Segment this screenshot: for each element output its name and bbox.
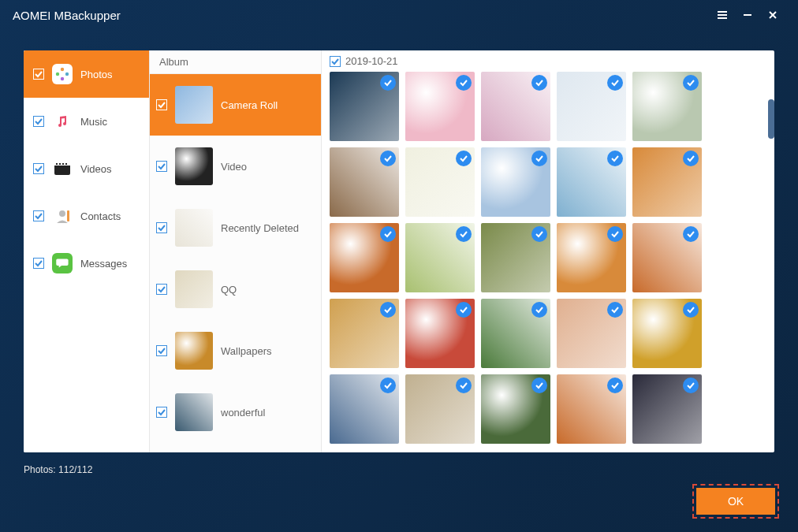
check-icon (35, 117, 43, 125)
selected-badge (380, 302, 396, 318)
checkbox[interactable] (156, 222, 167, 233)
check-icon (686, 78, 695, 87)
music-icon (52, 111, 73, 132)
photo-thumb[interactable] (330, 374, 399, 444)
album-thumbnail (175, 393, 213, 431)
check-icon (158, 162, 166, 170)
ok-highlight: OK (692, 484, 779, 519)
sidebar-item-messages[interactable]: Messages (24, 240, 149, 287)
close-icon (767, 9, 778, 20)
photo-thumb[interactable] (481, 299, 550, 368)
selected-badge (456, 226, 472, 242)
photo-thumb[interactable] (405, 147, 475, 217)
photo-thumb[interactable] (557, 147, 626, 217)
sidebar-item-label: Contacts (80, 210, 121, 222)
date-checkbox[interactable] (330, 56, 341, 67)
category-sidebar: PhotosMusicVideosContactsMessages (24, 50, 150, 452)
checkbox[interactable] (33, 116, 44, 127)
album-item[interactable]: Wallpapers (150, 320, 321, 381)
svg-point-9 (61, 77, 64, 80)
photo-thumb[interactable] (481, 147, 550, 217)
check-icon (686, 381, 695, 390)
list-view-button[interactable] (710, 2, 735, 28)
photo-thumb[interactable] (632, 223, 702, 292)
album-label: QQ (221, 284, 237, 296)
photo-thumb[interactable] (405, 223, 475, 292)
album-item[interactable]: wonderful (150, 381, 321, 443)
photo-thumb[interactable] (405, 374, 475, 444)
photo-thumb[interactable] (632, 374, 702, 444)
album-label: Recently Deleted (221, 222, 299, 234)
album-list[interactable]: Camera RollVideoRecently DeletedQQWallpa… (150, 74, 321, 452)
checkbox[interactable] (156, 345, 167, 356)
check-icon (35, 165, 43, 173)
photo-thumb[interactable] (632, 299, 702, 368)
sidebar-item-photos[interactable]: Photos (24, 50, 149, 98)
album-label: Video (221, 161, 247, 173)
photo-thumb[interactable] (481, 374, 550, 444)
checkbox[interactable] (156, 161, 167, 172)
photo-thumb[interactable] (330, 223, 399, 292)
check-icon (35, 70, 43, 78)
photo-thumb[interactable] (557, 72, 626, 141)
sidebar-item-contacts[interactable]: Contacts (24, 192, 149, 240)
svg-rect-13 (56, 163, 58, 165)
check-icon (459, 154, 468, 163)
album-item[interactable]: Video (150, 136, 321, 197)
sidebar-item-videos[interactable]: Videos (24, 145, 149, 192)
photos-icon (52, 64, 73, 84)
check-icon (158, 347, 166, 355)
selected-badge (683, 378, 699, 393)
check-icon (535, 229, 544, 239)
sidebar-item-music[interactable]: Music (24, 98, 149, 145)
ok-button[interactable]: OK (696, 488, 775, 515)
photo-thumb[interactable] (481, 72, 550, 141)
selected-badge (607, 151, 623, 166)
check-icon (610, 154, 620, 163)
scrollbar-thumb[interactable] (768, 99, 774, 139)
check-icon (383, 229, 393, 239)
gallery-panel: 2019-10-21 (322, 50, 774, 452)
check-icon (158, 101, 166, 109)
checkbox[interactable] (33, 210, 44, 221)
checkbox[interactable] (156, 99, 167, 110)
selected-badge (380, 226, 396, 242)
check-icon (158, 285, 166, 293)
app-title: AOMEI MBackupper (13, 9, 121, 22)
photo-thumb[interactable] (557, 299, 626, 368)
checkbox[interactable] (33, 163, 44, 174)
photo-thumb[interactable] (405, 299, 475, 368)
svg-point-7 (61, 68, 64, 71)
selected-badge (683, 75, 699, 91)
videos-icon (52, 158, 73, 179)
selected-badge (531, 302, 547, 318)
photo-thumb[interactable] (557, 223, 626, 292)
photo-grid[interactable] (322, 72, 774, 452)
checkbox[interactable] (156, 407, 167, 418)
svg-rect-18 (67, 210, 69, 221)
photo-thumb[interactable] (632, 147, 702, 217)
photo-thumb[interactable] (330, 147, 399, 217)
album-item[interactable]: QQ (150, 259, 321, 320)
photo-thumb[interactable] (330, 72, 399, 141)
sidebar-item-label: Photos (80, 69, 112, 80)
content-area: PhotosMusicVideosContactsMessages Album … (24, 50, 774, 452)
checkbox[interactable] (156, 284, 167, 295)
check-icon (383, 381, 393, 390)
check-icon (158, 224, 166, 232)
photo-thumb[interactable] (632, 72, 702, 141)
check-icon (535, 78, 544, 87)
checkbox[interactable] (33, 69, 44, 80)
photo-thumb[interactable] (405, 72, 475, 141)
photo-thumb[interactable] (330, 299, 399, 368)
check-icon (35, 259, 43, 267)
close-button[interactable] (760, 2, 785, 28)
album-item[interactable]: Recently Deleted (150, 197, 321, 259)
gallery-date-header[interactable]: 2019-10-21 (322, 50, 774, 72)
album-item[interactable]: Camera Roll (150, 74, 321, 136)
selected-badge (380, 75, 396, 91)
checkbox[interactable] (33, 258, 44, 269)
photo-thumb[interactable] (481, 223, 550, 292)
photo-thumb[interactable] (557, 374, 626, 444)
minimize-button[interactable] (735, 2, 760, 28)
